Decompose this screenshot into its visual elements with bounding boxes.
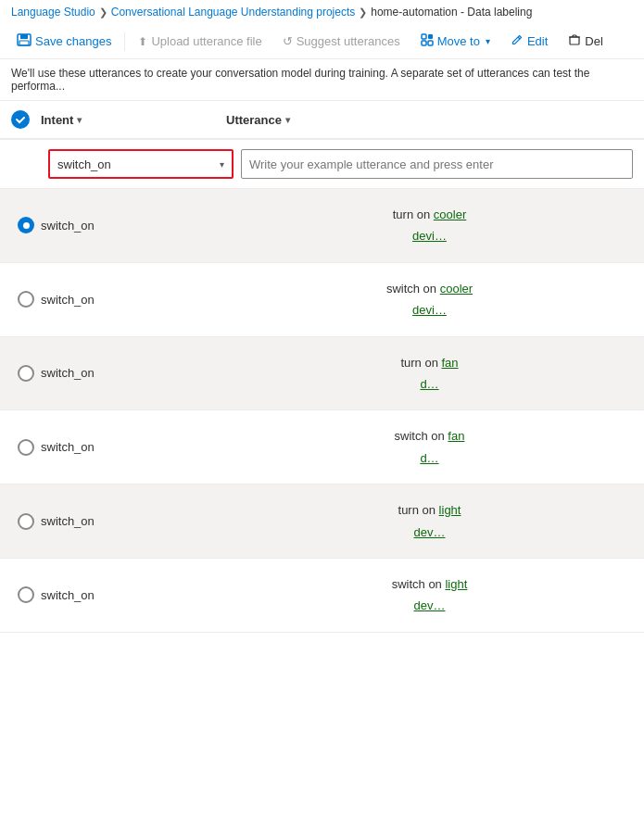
intent-header-label: Intent [41, 113, 73, 127]
upload-utterance-button[interactable]: ⬆ Upload utterance file [129, 29, 271, 54]
svg-rect-3 [422, 34, 426, 39]
entity1-link[interactable]: light [445, 577, 467, 591]
move-to-chevron: ▾ [486, 36, 490, 46]
row-radio[interactable] [11, 439, 41, 456]
row-intent: switch_on [41, 219, 226, 233]
table-row: switch_onswitch on lightdev… [0, 559, 644, 633]
svg-rect-1 [20, 34, 28, 39]
select-all-checkbox[interactable] [11, 110, 30, 129]
svg-rect-6 [428, 41, 433, 45]
utterance-input[interactable] [241, 149, 633, 179]
unchecked-radio[interactable] [18, 439, 34, 456]
row-radio[interactable] [11, 365, 41, 382]
svg-rect-7 [570, 37, 579, 44]
intent-sort-icon[interactable]: ▾ [77, 115, 82, 125]
row-intent: switch_on [41, 514, 226, 528]
row-intent: switch_on [41, 366, 226, 380]
suggest-icon: ↺ [283, 34, 293, 48]
row-utterance: switch on coolerdevi… [226, 278, 633, 321]
toolbar: Save changes ⬆ Upload utterance file ↺ S… [0, 24, 644, 59]
toolbar-divider-1 [124, 32, 125, 51]
unchecked-radio[interactable] [18, 513, 34, 530]
row-radio[interactable] [11, 291, 41, 308]
intent-dropdown[interactable]: switch_on ▾ [48, 149, 234, 179]
suggest-utterances-button[interactable]: ↺ Suggest utterances [273, 29, 410, 54]
row-intent: switch_on [41, 588, 226, 602]
table-row: switch_onturn on fand… [0, 337, 644, 411]
utterance-text: switch on [386, 282, 440, 296]
table-row: switch_onswitch on coolerdevi… [0, 263, 644, 337]
unchecked-radio[interactable] [18, 586, 34, 603]
utterance-text: switch on [392, 577, 446, 591]
delete-label: Del [585, 34, 603, 48]
table-header: Intent ▾ Utterance ▾ [0, 101, 644, 140]
svg-rect-4 [428, 34, 433, 39]
dropdown-chevron-icon: ▾ [220, 159, 224, 170]
entity1-link[interactable]: fan [442, 356, 459, 370]
unchecked-radio[interactable] [18, 291, 34, 308]
edit-label: Edit [527, 34, 548, 48]
utterance-column-header: Utterance ▾ [226, 113, 633, 127]
row-utterance: turn on coolerdevi… [226, 204, 633, 247]
intent-column-header: Intent ▾ [41, 113, 226, 127]
move-icon [421, 33, 434, 49]
entity2-link[interactable]: devi… [412, 303, 447, 317]
row-intent: switch_on [41, 440, 226, 454]
new-utterance-row: switch_on ▾ [0, 140, 644, 189]
utterance-text: switch on [395, 429, 448, 443]
save-changes-label: Save changes [35, 34, 111, 48]
utterance-text: turn on [398, 503, 439, 517]
edit-button[interactable]: Edit [501, 28, 557, 55]
row-utterance: switch on lightdev… [226, 573, 633, 617]
upload-label: Upload utterance file [151, 34, 261, 48]
info-bar: We'll use these utterances to create you… [0, 59, 644, 101]
entity1-link[interactable]: fan [448, 429, 464, 443]
row-utterance: switch on fand… [226, 425, 633, 469]
save-changes-button[interactable]: Save changes [7, 28, 120, 55]
utterance-header-label: Utterance [226, 113, 282, 127]
entity2-link[interactable]: devi… [412, 229, 447, 243]
row-radio[interactable] [11, 586, 41, 603]
unchecked-radio[interactable] [18, 365, 34, 382]
upload-icon: ⬆ [138, 35, 147, 48]
row-utterance: turn on fand… [226, 352, 633, 396]
checked-radio[interactable] [18, 217, 34, 233]
utterance-sort-icon[interactable]: ▾ [285, 115, 290, 125]
row-radio[interactable] [11, 513, 41, 530]
entity2-link[interactable]: d… [420, 377, 438, 391]
breadcrumb-sep-2: ❯ [359, 6, 367, 19]
entity2-link[interactable]: d… [420, 451, 438, 465]
svg-rect-5 [422, 41, 426, 45]
header-check-col [11, 110, 41, 129]
row-radio[interactable] [11, 217, 41, 233]
entity2-link[interactable]: dev… [414, 525, 446, 539]
table-row: switch_onswitch on fand… [0, 410, 644, 485]
delete-icon [568, 33, 581, 49]
utterances-table: switch_onturn on coolerdevi…switch_onswi… [0, 189, 644, 633]
delete-button[interactable]: Del [559, 28, 612, 55]
intent-dropdown-value: switch_on [57, 157, 111, 171]
row-utterance: turn on lightdev… [226, 499, 633, 543]
entity1-link[interactable]: cooler [440, 282, 473, 296]
edit-icon [511, 33, 524, 49]
breadcrumb-clu-projects[interactable]: Conversational Language Understanding pr… [111, 6, 356, 19]
breadcrumb-current: home-automation - Data labeling [371, 6, 532, 19]
breadcrumb-language-studio[interactable]: Language Studio [11, 6, 95, 19]
utterance-text: turn on [400, 356, 441, 370]
entity2-link[interactable]: dev… [414, 598, 446, 612]
table-row: switch_onturn on coolerdevi… [0, 189, 644, 263]
info-text: We'll use these utterances to create you… [11, 67, 589, 93]
suggest-label: Suggest utterances [297, 34, 400, 48]
utterance-text: turn on [393, 208, 434, 221]
save-icon [17, 33, 32, 49]
breadcrumb-sep-1: ❯ [99, 6, 107, 19]
entity1-link[interactable]: cooler [434, 208, 466, 221]
table-row: switch_onturn on lightdev… [0, 485, 644, 559]
move-to-button[interactable]: Move to ▾ [411, 28, 499, 55]
move-to-label: Move to [437, 34, 480, 48]
row-intent: switch_on [41, 293, 226, 307]
entity1-link[interactable]: light [439, 503, 461, 517]
breadcrumb: Language Studio ❯ Conversational Languag… [0, 0, 644, 24]
